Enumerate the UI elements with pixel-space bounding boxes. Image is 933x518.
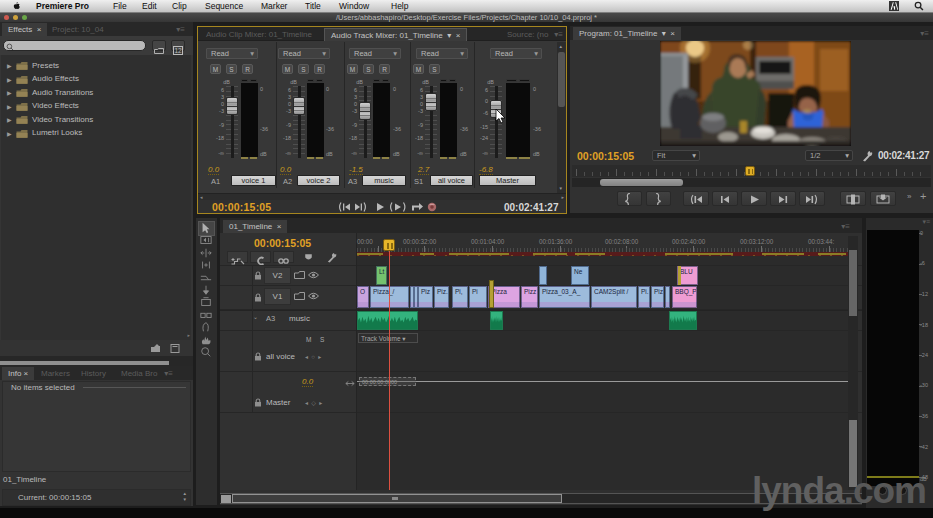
svg-text:12: 12	[174, 47, 182, 54]
